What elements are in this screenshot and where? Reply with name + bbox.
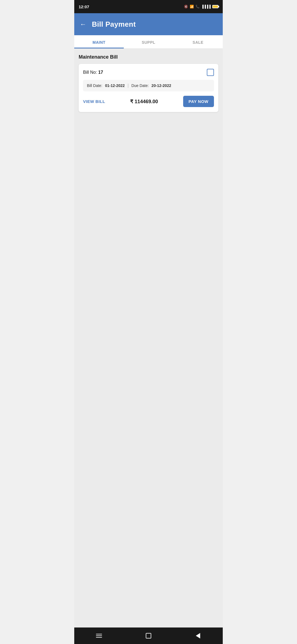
mute-icon: 🔇 — [184, 5, 188, 9]
status-icons: 🔇 📶 📞 ▐▐▐▐ — [184, 5, 218, 9]
back-arrow-icon: ← — [80, 20, 86, 28]
tab-sale[interactable]: SALE — [173, 35, 223, 48]
menu-button[interactable] — [94, 630, 105, 641]
due-date-value: 20-12-2022 — [152, 83, 171, 88]
signal-icon: ▐▐▐▐ — [201, 5, 211, 9]
bill-header-row: Bill No: 17 — [83, 69, 214, 76]
due-date-label: Due Date: — [131, 83, 149, 88]
bill-date-label: Bill Date: — [87, 83, 102, 88]
page-title: Bill Payment — [92, 20, 136, 29]
wifi-icon: 📶 — [190, 5, 194, 9]
tab-bar: MAINT SUPPL SALE — [74, 35, 223, 49]
bill-card: Bill No: 17 Bill Date: 01-12-2022 | Due … — [79, 64, 218, 112]
date-divider: | — [128, 83, 129, 88]
back-nav-icon — [196, 633, 200, 638]
bottom-nav — [74, 627, 223, 644]
hamburger-icon — [96, 634, 102, 638]
back-nav-button[interactable] — [193, 630, 204, 641]
main-content: Maintenance Bill Bill No: 17 Bill Date: … — [74, 49, 223, 627]
bill-number: Bill No: 17 — [83, 70, 103, 75]
pay-now-button[interactable]: PAY NOW — [183, 96, 214, 107]
bill-actions-row: VIEW BILL ₹ 114469.00 PAY NOW — [83, 96, 214, 107]
bill-date-value: 01-12-2022 — [105, 83, 125, 88]
square-icon — [146, 633, 151, 638]
bill-checkbox[interactable] — [207, 69, 214, 76]
bill-amount: ₹ 114469.00 — [130, 99, 158, 105]
back-button[interactable]: ← — [80, 20, 86, 28]
status-bar: 12:07 🔇 📶 📞 ▐▐▐▐ — [74, 0, 223, 13]
status-time: 12:07 — [79, 4, 89, 9]
app-header: ← Bill Payment — [74, 13, 223, 35]
section-title: Maintenance Bill — [79, 54, 218, 60]
tab-suppl[interactable]: SUPPL — [124, 35, 173, 48]
tab-maint[interactable]: MAINT — [74, 35, 124, 48]
home-button[interactable] — [143, 630, 154, 641]
call-icon: 📞 — [196, 5, 200, 9]
battery-icon — [212, 5, 218, 8]
view-bill-button[interactable]: VIEW BILL — [83, 99, 105, 104]
bill-dates-row: Bill Date: 01-12-2022 | Due Date: 20-12-… — [83, 80, 214, 91]
